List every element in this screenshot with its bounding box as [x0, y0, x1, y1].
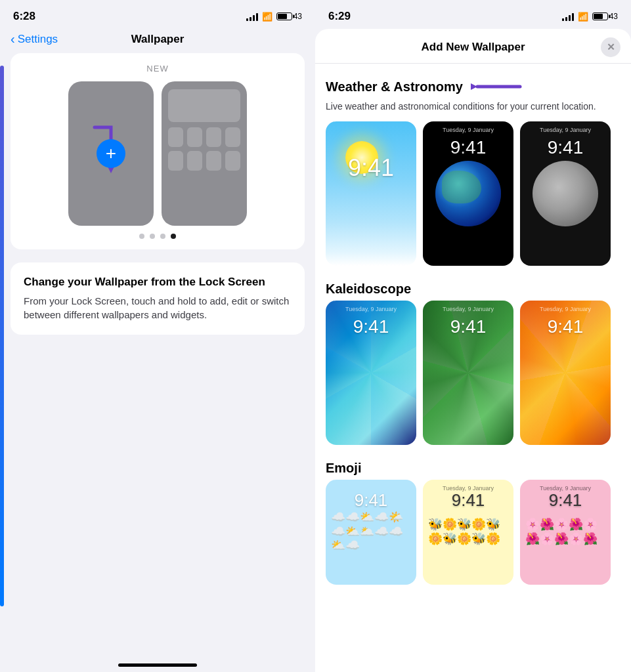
home-widget — [225, 127, 240, 147]
emoji-wallpaper-row: ☁️☁️⛅☁️🌤️☁️⛅🌥️☁️☁️⛅☁️ 9:41 Tuesday, 9 Ja… — [326, 480, 620, 585]
sheet-content: Weather & Astronomy Live weather and ast… — [315, 64, 631, 672]
emoji-bees-time: 9:41 — [452, 490, 485, 577]
earth-sphere — [435, 161, 501, 226]
weather-section-header: Weather & Astronomy — [326, 77, 620, 96]
emoji-clouds-thumb[interactable]: ☁️☁️⛅☁️🌤️☁️⛅🌥️☁️☁️⛅☁️ 9:41 — [326, 480, 416, 585]
home-widget — [168, 151, 183, 171]
battery-indicator: 43 — [276, 12, 302, 21]
dot-3 — [160, 234, 165, 239]
dot-4-active — [171, 234, 176, 239]
page-title: Wallpaper — [131, 33, 185, 46]
kaleido-blue-time: 9:41 — [353, 316, 389, 337]
sky-time: 9:41 — [348, 154, 394, 182]
home-widget — [187, 127, 202, 147]
right-signal-icon — [562, 12, 574, 21]
home-widget — [206, 151, 221, 171]
back-button[interactable]: ‹ Settings — [11, 32, 58, 47]
add-wallpaper-button[interactable]: + — [97, 139, 125, 168]
left-nav-bar: ‹ Settings Wallpaper — [0, 29, 315, 53]
right-panel: 6:29 📶 43 Add New Wallpaper ✕ — [315, 0, 631, 672]
back-label: Settings — [18, 33, 58, 46]
home-time-area — [168, 89, 240, 122]
kaleido-green-time: 9:41 — [450, 316, 487, 337]
dot-2 — [150, 234, 155, 239]
kaleido-green-date: Tuesday, 9 January — [443, 306, 494, 312]
home-bar — [118, 663, 197, 667]
wallpaper-content: NEW + — [0, 53, 315, 650]
left-status-bar: 6:28 📶 43 — [0, 0, 315, 29]
sheet-title: Add New Wallpaper — [421, 41, 525, 54]
kaleido-green-thumb[interactable]: Tuesday, 9 January 9:41 — [423, 301, 513, 445]
wallpaper-preview-card: NEW + — [11, 53, 305, 249]
weather-section-title: Weather & Astronomy — [326, 79, 463, 94]
kaleidoscope-wallpaper-row: Tuesday, 9 January 9:41 Tuesday, 9 Janua… — [326, 301, 620, 445]
info-text: From your Lock Screen, touch and hold to… — [24, 294, 292, 322]
moon-time: 9:41 — [548, 137, 584, 158]
home-widgets — [168, 127, 240, 171]
blue-stripe — [0, 66, 4, 606]
left-status-icons: 📶 43 — [246, 12, 302, 22]
dot-1 — [139, 234, 144, 239]
phone-mockups: + — [68, 81, 247, 226]
kaleido-blue-thumb[interactable]: Tuesday, 9 January 9:41 — [326, 301, 416, 445]
right-wifi-icon: 📶 — [578, 12, 588, 22]
moon-date: Tuesday, 9 January — [540, 127, 591, 133]
home-screen-mockup — [162, 81, 247, 226]
emoji-flowers-thumb[interactable]: Tuesday, 9 January 🌸🌺🌸🌺🌸🌺🌸🌺🌸🌺 9:41 — [520, 480, 611, 585]
weather-wallpaper-row: 9:41 Tuesday, 9 January 9:41 Tuesday, 9 … — [326, 121, 620, 266]
home-indicator — [0, 650, 315, 672]
chevron-left-icon: ‹ — [11, 32, 15, 47]
right-status-icons: 📶 43 — [562, 12, 618, 22]
emoji-section: Emoji ☁️☁️⛅☁️🌤️☁️⛅🌥️☁️☁️⛅☁️ 9:41 Tuesday… — [326, 461, 620, 585]
emoji-section-title: Emoji — [326, 461, 361, 476]
kaleidoscope-section-title: Kaleidoscope — [326, 282, 411, 297]
page-dots — [139, 234, 176, 239]
lock-screen-mockup[interactable]: + — [68, 81, 154, 226]
weather-sky-thumb[interactable]: 9:41 — [326, 121, 416, 266]
new-label: NEW — [146, 64, 168, 74]
weather-earth-thumb[interactable]: Tuesday, 9 January 9:41 — [423, 121, 513, 266]
weather-astronomy-section: Weather & Astronomy Live weather and ast… — [326, 77, 620, 266]
emoji-clouds-time: 9:41 — [355, 490, 388, 577]
kaleido-blue-date: Tuesday, 9 January — [345, 306, 397, 312]
home-widget — [225, 151, 240, 171]
kaleido-gold-thumb[interactable]: Tuesday, 9 January 9:41 — [520, 301, 611, 445]
weather-moon-thumb[interactable]: Tuesday, 9 January 9:41 — [520, 121, 611, 266]
wifi-icon: 📶 — [262, 12, 272, 22]
kaleidoscope-section: Kaleidoscope Tuesday, 9 January 9:41 Tue… — [326, 282, 620, 445]
add-wallpaper-sheet: Add New Wallpaper ✕ Weather & Astronomy — [315, 29, 631, 672]
emoji-section-header: Emoji — [326, 461, 620, 476]
home-widget — [168, 127, 183, 147]
right-status-bar: 6:29 📶 43 — [315, 0, 631, 29]
weather-section-desc: Live weather and astronomical conditions… — [326, 100, 620, 114]
left-panel: 6:28 📶 43 ‹ Settings Wallpaper — [0, 0, 315, 672]
right-time: 6:29 — [328, 10, 351, 23]
signal-icon — [246, 12, 258, 21]
emoji-flowers-time: 9:41 — [549, 490, 582, 577]
purple-arrow-left-icon — [471, 77, 523, 96]
home-widget — [206, 127, 221, 147]
earth-time: 9:41 — [450, 137, 487, 158]
emoji-bees-thumb[interactable]: Tuesday, 9 January 🐝🌼🐝🌼🐝🌼🐝🌼🐝🌼 9:41 — [423, 480, 513, 585]
left-time: 6:28 — [13, 10, 35, 23]
close-button[interactable]: ✕ — [601, 37, 620, 57]
right-battery: 43 — [592, 12, 618, 21]
sheet-header: Add New Wallpaper ✕ — [315, 29, 631, 64]
earth-date: Tuesday, 9 January — [443, 127, 494, 133]
kaleido-gold-date: Tuesday, 9 January — [540, 306, 591, 312]
kaleidoscope-section-header: Kaleidoscope — [326, 282, 620, 297]
info-card: Change your Wallpaper from the Lock Scre… — [11, 262, 305, 335]
kaleido-gold-time: 9:41 — [548, 316, 584, 337]
home-widget — [187, 151, 202, 171]
moon-sphere — [533, 161, 598, 226]
info-title: Change your Wallpaper from the Lock Scre… — [24, 276, 292, 289]
